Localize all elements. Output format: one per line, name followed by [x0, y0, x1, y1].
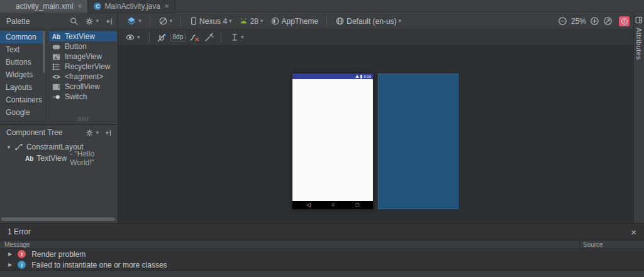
- category-google[interactable]: Google: [0, 106, 45, 119]
- tab-activity-main-xml[interactable]: activity_main.xml ×: [0, 0, 88, 13]
- view-options-button[interactable]: ▾: [123, 31, 142, 43]
- tab-label: activity_main.xml: [16, 2, 73, 11]
- chevron-down-icon: ▾: [229, 18, 232, 24]
- tab-attributes[interactable]: Attributes: [635, 28, 643, 60]
- component-imageview[interactable]: ImageView: [49, 52, 117, 62]
- error-panel: 1 Error × Message Source ▶ ! Render prob…: [0, 223, 644, 277]
- palette-component-list: Ab TextView Button ImageView RecyclerVi: [49, 31, 117, 102]
- device-selector[interactable]: Nexus 4 ▾: [187, 15, 234, 27]
- autoconnect-toggle[interactable]: [157, 33, 167, 43]
- tab-close-icon[interactable]: ×: [77, 3, 82, 10]
- tree-node-textview[interactable]: Ab TextView - "Hello World!": [0, 153, 118, 164]
- component-recyclerview[interactable]: RecyclerView: [49, 62, 117, 72]
- error-row-render-problem[interactable]: ▶ ! Render problem: [0, 249, 644, 259]
- android-icon: [239, 17, 248, 25]
- close-icon[interactable]: ×: [631, 227, 636, 237]
- category-text[interactable]: Text: [0, 43, 45, 56]
- render-errors-button[interactable]: !: [619, 16, 630, 26]
- device-name: Nexus 4: [199, 17, 227, 26]
- info-icon: i: [18, 261, 26, 269]
- api-level: 28: [250, 17, 258, 26]
- clear-constraints-button[interactable]: [189, 33, 200, 43]
- category-buttons[interactable]: Buttons: [0, 56, 45, 68]
- error-panel-footer: [0, 270, 644, 277]
- component-label: Button: [65, 42, 87, 51]
- zoom-in-button[interactable]: [590, 16, 599, 26]
- column-source[interactable]: Source: [583, 241, 603, 248]
- textview-icon: Ab: [52, 32, 61, 41]
- component-tree-header: Component Tree ▾: [0, 124, 118, 140]
- zoom-to-fit-button[interactable]: [603, 16, 613, 26]
- scrollview-icon: [52, 82, 61, 92]
- default-margin-selector[interactable]: 8dp: [170, 33, 186, 41]
- column-divider[interactable]: [579, 241, 580, 248]
- category-common[interactable]: Common: [0, 31, 45, 43]
- expand-right-icon[interactable]: ▶: [8, 262, 12, 268]
- phone-icon: [189, 16, 197, 26]
- infer-constraints-button[interactable]: [204, 33, 214, 43]
- collapse-all-icon[interactable]: [104, 129, 113, 137]
- api-level-selector[interactable]: 28 ▾: [237, 16, 265, 27]
- design-view[interactable]: 8:00 ◁ ○ □: [292, 73, 373, 209]
- chevron-down-icon: ▾: [96, 18, 99, 24]
- ibeam-icon: [230, 33, 239, 42]
- tab-mainactivity-java[interactable]: C MainActivity.java ×: [88, 0, 175, 13]
- hide-panel-icon[interactable]: [105, 17, 114, 26]
- category-layouts[interactable]: Layouts: [0, 81, 45, 94]
- constraintlayout-icon: [14, 143, 23, 151]
- category-containers[interactable]: Containers: [0, 94, 45, 106]
- error-panel-title: 1 Error: [8, 227, 31, 236]
- nav-home-icon: ○: [331, 202, 335, 208]
- component-switch[interactable]: Switch: [49, 92, 117, 102]
- design-surface-mode-button[interactable]: ▾: [125, 15, 143, 28]
- palette-resize-handle[interactable]: /////: [49, 116, 118, 122]
- zoom-out-button[interactable]: [558, 16, 567, 26]
- locale-selector[interactable]: Default (en-us) ▾: [333, 15, 403, 27]
- battery-icon: [360, 75, 362, 79]
- android-studio-layout-editor: activity_main.xml × C MainActivity.java …: [0, 0, 644, 277]
- category-widgets[interactable]: Widgets: [0, 68, 45, 81]
- error-message: Render problem: [31, 250, 86, 259]
- column-message[interactable]: Message: [4, 241, 30, 248]
- java-class-icon: C: [94, 3, 101, 10]
- component-fragment[interactable]: <> <fragment>: [49, 72, 117, 82]
- palette-options-button[interactable]: ▾: [83, 16, 101, 27]
- horizontal-scrollbar[interactable]: [1, 217, 115, 221]
- component-scrollview[interactable]: ScrollView: [49, 82, 117, 92]
- design-canvas[interactable]: 8:00 ◁ ○ □: [118, 46, 633, 223]
- error-message: Failed to instantiate one or more classe…: [31, 261, 167, 269]
- blueprint-view[interactable]: [378, 73, 458, 209]
- orientation-button[interactable]: ▾: [157, 15, 175, 27]
- device-status-bar: 8:00: [292, 73, 373, 79]
- nav-recents-icon: □: [356, 202, 359, 208]
- component-textview[interactable]: Ab TextView: [49, 31, 117, 41]
- tree-options-button[interactable]: ▾: [84, 128, 101, 138]
- chevron-down-icon: ▾: [260, 18, 264, 24]
- guidelines-button[interactable]: ▾: [228, 31, 246, 43]
- tool-window-icon[interactable]: [635, 16, 643, 24]
- tree-node-label: TextView: [36, 154, 67, 163]
- fragment-icon: <>: [52, 72, 61, 82]
- left-panel: Common Text Buttons Widgets Layouts Cont…: [0, 30, 118, 223]
- chevron-down-icon: ▾: [170, 18, 173, 24]
- device-screen[interactable]: [292, 79, 373, 201]
- component-tree-title: Component Tree: [6, 128, 62, 137]
- theme-selector[interactable]: AppTheme: [269, 15, 321, 27]
- error-row-failed-instantiate[interactable]: ▶ i Failed to instantiate one or more cl…: [0, 259, 644, 270]
- search-icon[interactable]: [69, 16, 79, 26]
- button-icon: [52, 42, 61, 52]
- error-panel-header: 1 Error ×: [0, 224, 644, 240]
- error-icon: !: [621, 18, 628, 24]
- design-config-bar: ▾ ▾ Nexus 4 ▾ 28 ▾: [118, 13, 633, 29]
- wifi-icon: [355, 75, 359, 78]
- expand-right-icon[interactable]: ▶: [8, 251, 12, 257]
- palette-scrollbar[interactable]: [43, 31, 45, 73]
- tab-label: MainActivity.java: [104, 2, 160, 11]
- component-label: ImageView: [65, 52, 102, 61]
- palette-divider: [46, 30, 47, 124]
- expand-down-icon[interactable]: ▼: [6, 144, 11, 150]
- component-button[interactable]: Button: [49, 41, 117, 52]
- component-label: RecyclerView: [65, 62, 110, 71]
- tab-close-icon[interactable]: ×: [165, 3, 169, 10]
- design-surface-toolbar: ▾ 8dp ▾: [118, 30, 633, 46]
